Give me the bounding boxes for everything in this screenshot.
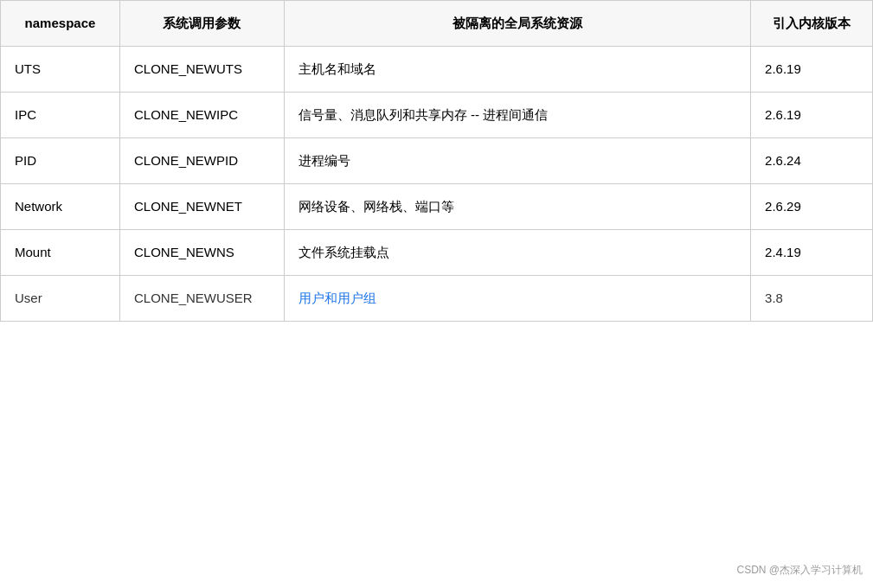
cell-version: 2.6.19 — [751, 93, 873, 138]
cell-syscall: CLONE_NEWNS — [119, 230, 284, 276]
cell-syscall: CLONE_NEWUTS — [119, 47, 284, 93]
cell-syscall: CLONE_NEWUSER — [119, 276, 284, 322]
cell-version: 2.6.29 — [751, 184, 873, 230]
header-resource: 被隔离的全局系统资源 — [284, 1, 750, 47]
cell-namespace: Network — [1, 184, 120, 230]
cell-resource: 用户和用户组 — [284, 276, 750, 322]
cell-namespace: IPC — [1, 93, 120, 138]
cell-version: 2.6.24 — [751, 138, 873, 184]
header-syscall: 系统调用参数 — [119, 1, 284, 47]
cell-resource: 主机名和域名 — [284, 47, 750, 93]
table-row: MountCLONE_NEWNS文件系统挂载点2.4.19 — [1, 230, 873, 276]
cell-resource: 网络设备、网络栈、端口等 — [284, 184, 750, 230]
cell-version: 2.4.19 — [751, 230, 873, 276]
table-row: PIDCLONE_NEWPID进程编号2.6.24 — [1, 138, 873, 184]
header-namespace: namespace — [1, 1, 120, 47]
cell-namespace: Mount — [1, 230, 120, 276]
table-row: UTSCLONE_NEWUTS主机名和域名2.6.19 — [1, 47, 873, 93]
namespace-table: namespace 系统调用参数 被隔离的全局系统资源 引入内核版本 UTSCL… — [0, 0, 873, 322]
table-row: UserCLONE_NEWUSER用户和用户组3.8 — [1, 276, 873, 322]
cell-namespace: User — [1, 276, 120, 322]
cell-version: 2.6.19 — [751, 47, 873, 93]
cell-namespace: PID — [1, 138, 120, 184]
watermark: CSDN @杰深入学习计算机 — [736, 563, 863, 578]
cell-syscall: CLONE_NEWPID — [119, 138, 284, 184]
table-header-row: namespace 系统调用参数 被隔离的全局系统资源 引入内核版本 — [1, 1, 873, 47]
cell-resource: 信号量、消息队列和共享内存 -- 进程间通信 — [284, 93, 750, 138]
cell-resource: 文件系统挂载点 — [284, 230, 750, 276]
table-row: NetworkCLONE_NEWNET网络设备、网络栈、端口等2.6.29 — [1, 184, 873, 230]
cell-syscall: CLONE_NEWIPC — [119, 93, 284, 138]
cell-namespace: UTS — [1, 47, 120, 93]
header-version: 引入内核版本 — [751, 1, 873, 47]
cell-syscall: CLONE_NEWNET — [119, 184, 284, 230]
table-wrapper: namespace 系统调用参数 被隔离的全局系统资源 引入内核版本 UTSCL… — [0, 0, 873, 322]
cell-resource: 进程编号 — [284, 138, 750, 184]
table-row: IPCCLONE_NEWIPC信号量、消息队列和共享内存 -- 进程间通信2.6… — [1, 93, 873, 138]
cell-version: 3.8 — [751, 276, 873, 322]
